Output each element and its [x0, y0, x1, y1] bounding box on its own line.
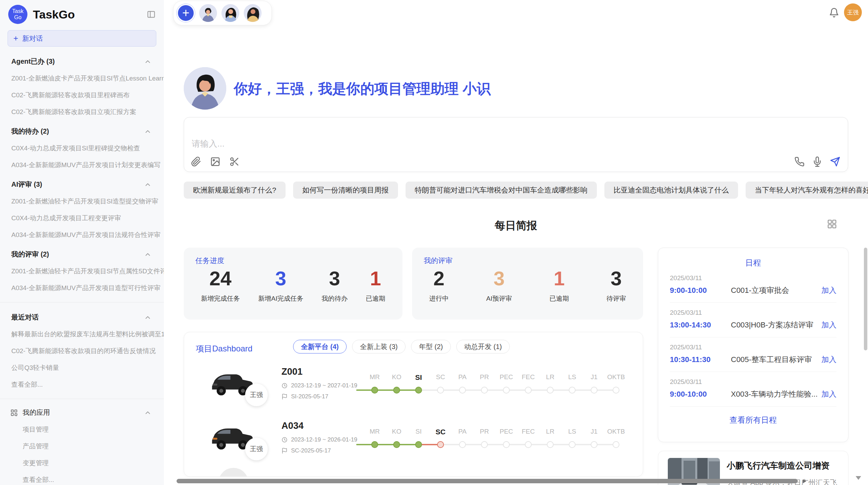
- chat-input[interactable]: [192, 139, 706, 149]
- suggestion-chip[interactable]: 如何写一份清晰的项目周报: [293, 182, 398, 199]
- section-recent-chats[interactable]: 最近对话: [0, 313, 164, 322]
- milestone-dot[interactable]: [371, 441, 378, 448]
- task-item[interactable]: A034-全新新能源MUV产品开发项目计划变更表编写: [0, 161, 164, 170]
- milestone-dot[interactable]: [459, 441, 466, 448]
- chevron-up-icon[interactable]: [144, 314, 152, 321]
- app-link-project-mgmt[interactable]: 项目管理: [0, 425, 164, 434]
- app-link-product-mgmt[interactable]: 产品管理: [0, 442, 164, 451]
- milestone-dot[interactable]: [415, 441, 422, 448]
- scissors-icon[interactable]: [229, 157, 240, 167]
- image-upload-icon[interactable]: [210, 157, 220, 167]
- join-meeting-link[interactable]: 加入: [821, 320, 836, 330]
- task-item[interactable]: Z001-全新燃油皮卡产品开发项目SI节点Lesson Learn报告: [0, 74, 164, 83]
- entry-time: 9:00-10:00: [670, 390, 731, 399]
- milestone-dot[interactable]: [547, 441, 554, 448]
- suggestion-chip[interactable]: 特朗普可能对进口汽车增税会对中国车企造成哪些影响: [406, 182, 597, 199]
- suggestion-chip[interactable]: 欧洲新规最近颁布了什么?: [184, 182, 286, 199]
- chevron-up-icon[interactable]: [144, 251, 152, 258]
- stat-row: 24 新增完成任务 3 新增AI完成任务 3 我的待办 1 已逾期: [184, 268, 402, 303]
- milestone-dot[interactable]: [613, 441, 619, 448]
- milestone-dot[interactable]: [525, 441, 532, 448]
- task-item[interactable]: C0X4-动力总成开发项目工程变更评审: [0, 214, 164, 223]
- milestone-dot[interactable]: [591, 387, 598, 394]
- milestone-dot[interactable]: [569, 441, 576, 448]
- view-all-chats-link[interactable]: 查看全部...: [0, 380, 164, 389]
- join-meeting-link[interactable]: 加入: [821, 355, 836, 365]
- milestone-dot[interactable]: [503, 387, 510, 394]
- task-item[interactable]: C0X4-动力总成开发项目SI里程碑提交物检查: [0, 144, 164, 153]
- layout-grid-icon[interactable]: [827, 219, 837, 229]
- chevron-up-icon[interactable]: [144, 58, 152, 65]
- recent-chat-item[interactable]: C02-飞腾新能源轻客改款项目的闭环通告反馈情况: [0, 347, 164, 356]
- milestone-dot[interactable]: [393, 441, 400, 448]
- section-agent-done[interactable]: Agent已办 (3): [0, 57, 164, 66]
- logo-text-2: Go: [14, 14, 21, 21]
- chevron-up-icon[interactable]: [144, 181, 152, 188]
- suggestion-chip[interactable]: 比亚迪全固态电池计划具体说了什么: [604, 182, 738, 199]
- join-meeting-link[interactable]: 加入: [821, 285, 836, 296]
- phone-call-icon[interactable]: [794, 157, 805, 167]
- suggestion-chip[interactable]: 当下年轻人对汽车外观有怎样的喜好趋势: [746, 182, 868, 199]
- milestone-dot[interactable]: [503, 441, 510, 448]
- horizontal-scrollbar[interactable]: [177, 479, 798, 483]
- milestone-label: FEC: [517, 373, 539, 381]
- section-ai-review[interactable]: AI评审 (3): [0, 180, 164, 189]
- view-all-apps-link[interactable]: 查看全部...: [0, 475, 164, 484]
- task-item[interactable]: Z001-全新燃油轻卡产品开发项目SI节点属性5D文件评审: [0, 267, 164, 276]
- milestone-dot[interactable]: [547, 387, 554, 394]
- milestone-dot[interactable]: [591, 441, 598, 448]
- recent-chat-item[interactable]: 公司Q3轻卡销量: [0, 363, 164, 372]
- milestone-dot[interactable]: [415, 387, 422, 394]
- tab-new-body[interactable]: 全新上装 (3): [352, 340, 406, 353]
- section-my-todo[interactable]: 我的待办 (2): [0, 127, 164, 136]
- entry-date: 2025/03/11: [670, 344, 836, 351]
- attachment-icon[interactable]: [191, 157, 201, 167]
- milestone-dot[interactable]: [481, 441, 488, 448]
- milestone-dot[interactable]: [371, 387, 378, 394]
- milestone-dot[interactable]: [481, 387, 488, 394]
- notifications-bell-icon[interactable]: [829, 8, 839, 18]
- milestone-dot[interactable]: [613, 387, 619, 394]
- tab-new-platform[interactable]: 全新平台 (4): [293, 340, 347, 353]
- app-link-change-mgmt[interactable]: 变更管理: [0, 459, 164, 468]
- milestone-dot[interactable]: [393, 387, 400, 394]
- sidebar-collapse-icon[interactable]: [146, 10, 156, 19]
- view-all-schedule-link[interactable]: 查看所有日程: [670, 415, 836, 425]
- add-agent-button[interactable]: +: [177, 4, 195, 22]
- task-item[interactable]: C02-飞腾新能源轻客改款项目立项汇报方案: [0, 108, 164, 116]
- sidebar-item-my-apps[interactable]: 我的应用: [0, 408, 164, 417]
- chevron-up-icon[interactable]: [144, 409, 152, 416]
- entry-name: C003|H0B-方案冻结评审: [731, 320, 821, 330]
- tab-model-year[interactable]: 年型 (2): [411, 340, 451, 353]
- send-icon[interactable]: [830, 157, 840, 167]
- recent-chat-item[interactable]: 解释最新出台的欧盟报废车法规再生塑料比例被调至15%...: [0, 330, 164, 339]
- task-item[interactable]: A034-全新新能源MUV产品开发项目法规符合性评审: [0, 231, 164, 239]
- project-code[interactable]: A034: [281, 421, 304, 431]
- project-code[interactable]: Z001: [281, 366, 303, 377]
- scroll-down-arrow-icon[interactable]: [856, 476, 861, 480]
- milestone-label: MR: [364, 373, 386, 381]
- agent-avatar-1[interactable]: [199, 4, 217, 22]
- milestone-dot[interactable]: [525, 387, 532, 394]
- tab-powertrain[interactable]: 动总开发 (1): [456, 340, 510, 353]
- milestone-dot[interactable]: [459, 387, 466, 394]
- microphone-icon[interactable]: [812, 157, 822, 167]
- task-item[interactable]: A034-全新新能源MUV产品开发项目造型可行性评审: [0, 284, 164, 293]
- milestone-dot[interactable]: [569, 387, 576, 394]
- task-item[interactable]: Z001-全新燃油轻卡产品开发项目SI造型提交物评审: [0, 197, 164, 206]
- milestone-dot[interactable]: [437, 387, 444, 394]
- scroll-right-arrow-icon[interactable]: [803, 479, 806, 483]
- user-avatar[interactable]: 王强: [844, 3, 862, 21]
- section-my-review[interactable]: 我的评审 (2): [0, 250, 164, 259]
- stat-value: 3: [486, 268, 512, 289]
- new-chat-button[interactable]: + 新对话: [8, 30, 156, 47]
- milestone-label: SC: [430, 428, 451, 436]
- task-item[interactable]: C02-飞腾新能源轻客改款项目里程碑画布: [0, 91, 164, 100]
- chevron-up-icon[interactable]: [144, 128, 152, 135]
- milestone-dot[interactable]: [437, 441, 444, 448]
- agent-avatar-3[interactable]: [244, 4, 262, 22]
- join-meeting-link[interactable]: 加入: [821, 389, 836, 399]
- vertical-scrollbar[interactable]: [864, 248, 867, 350]
- agent-avatar-2[interactable]: [221, 4, 239, 22]
- stat-metric: 3 待评审: [606, 268, 626, 303]
